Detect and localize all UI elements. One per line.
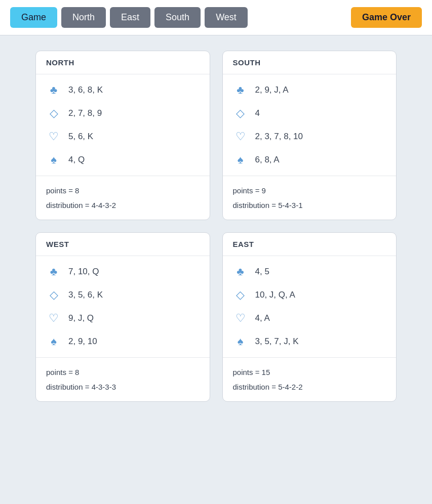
south-diamonds-row: ◇ 4	[233, 102, 386, 125]
south-spades-row: ♠ 6, 8, A	[233, 148, 386, 172]
north-hand-card: NORTH ♣ 3, 6, 8, K ◇ 2, 7, 8, 9 ♡ 5, 6, …	[35, 51, 210, 220]
north-spades-row: ♠ 4, Q	[46, 148, 200, 172]
west-hearts-row: ♡ 9, J, Q	[46, 307, 200, 330]
west-suits: ♣ 7, 10, Q ◇ 3, 5, 6, K ♡ 9, J, Q ♠ 2, 9…	[36, 256, 210, 358]
north-clubs-row: ♣ 3, 6, 8, K	[46, 78, 200, 102]
north-suits: ♣ 3, 6, 8, K ◇ 2, 7, 8, 9 ♡ 5, 6, K ♠ 4,…	[36, 74, 210, 176]
diamonds-icon: ◇	[233, 107, 248, 120]
west-distribution: distribution = 4-3-3-3	[46, 380, 200, 394]
west-spades-cards: 2, 9, 10	[68, 337, 97, 347]
south-suits: ♣ 2, 9, J, A ◇ 4 ♡ 2, 3, 7, 8, 10 ♠ 6, 8…	[223, 74, 397, 176]
west-hearts-cards: 9, J, Q	[68, 313, 94, 323]
east-spades-row: ♠ 3, 5, 7, J, K	[233, 330, 386, 353]
gameover-button[interactable]: Game Over	[351, 7, 422, 28]
west-hand-card: WEST ♣ 7, 10, Q ◇ 3, 5, 6, K ♡ 9, J, Q ♠…	[35, 232, 210, 402]
main-content: NORTH ♣ 3, 6, 8, K ◇ 2, 7, 8, 9 ♡ 5, 6, …	[0, 35, 432, 417]
west-clubs-cards: 7, 10, Q	[68, 267, 99, 277]
north-distribution: distribution = 4-4-3-2	[46, 198, 200, 213]
south-tab-button[interactable]: South	[154, 7, 201, 28]
north-diamonds-row: ◇ 2, 7, 8, 9	[46, 102, 200, 125]
south-distribution: distribution = 5-4-3-1	[233, 198, 386, 213]
east-title: EAST	[223, 233, 397, 256]
clubs-icon: ♣	[233, 265, 248, 278]
east-hearts-row: ♡ 4, A	[233, 307, 386, 330]
south-hearts-row: ♡ 2, 3, 7, 8, 10	[233, 125, 386, 148]
east-suits: ♣ 4, 5 ◇ 10, J, Q, A ♡ 4, A ♠ 3, 5, 7, J…	[223, 256, 397, 358]
west-diamonds-row: ◇ 3, 5, 6, K	[46, 283, 200, 307]
north-diamonds-cards: 2, 7, 8, 9	[68, 108, 102, 118]
west-tab-button[interactable]: West	[205, 7, 248, 28]
south-spades-cards: 6, 8, A	[255, 155, 280, 165]
clubs-icon: ♣	[233, 83, 248, 97]
east-hand-card: EAST ♣ 4, 5 ◇ 10, J, Q, A ♡ 4, A ♠ 3, 5,…	[222, 232, 397, 402]
spades-icon: ♠	[46, 335, 61, 348]
west-points: points = 8	[46, 365, 200, 380]
north-hearts-row: ♡ 5, 6, K	[46, 125, 200, 148]
north-points: points = 8	[46, 183, 200, 198]
east-tab-button[interactable]: East	[110, 7, 150, 28]
north-hearts-cards: 5, 6, K	[68, 132, 93, 142]
west-stats: points = 8 distribution = 4-3-3-3	[36, 358, 210, 401]
diamonds-icon: ◇	[233, 288, 248, 302]
north-spades-cards: 4, Q	[68, 155, 85, 165]
east-clubs-cards: 4, 5	[255, 267, 269, 277]
south-title: SOUTH	[223, 51, 397, 74]
east-diamonds-cards: 10, J, Q, A	[255, 290, 295, 300]
diamonds-icon: ◇	[46, 288, 61, 302]
diamonds-icon: ◇	[46, 107, 61, 120]
game-tab-button[interactable]: Game	[10, 7, 57, 28]
spades-icon: ♠	[233, 335, 248, 348]
clubs-icon: ♣	[46, 83, 61, 97]
south-hand-card: SOUTH ♣ 2, 9, J, A ◇ 4 ♡ 2, 3, 7, 8, 10 …	[222, 51, 397, 220]
clubs-icon: ♣	[46, 265, 61, 278]
spades-icon: ♠	[46, 153, 61, 166]
east-stats: points = 15 distribution = 5-4-2-2	[223, 358, 397, 401]
south-hearts-cards: 2, 3, 7, 8, 10	[255, 132, 303, 142]
south-points: points = 9	[233, 183, 386, 198]
hearts-icon: ♡	[46, 312, 61, 325]
south-diamonds-cards: 4	[255, 108, 260, 118]
north-tab-button[interactable]: North	[61, 7, 106, 28]
west-title: WEST	[36, 233, 210, 256]
hearts-icon: ♡	[233, 312, 248, 325]
south-clubs-cards: 2, 9, J, A	[255, 85, 289, 95]
east-distribution: distribution = 5-4-2-2	[233, 380, 386, 394]
south-stats: points = 9 distribution = 5-4-3-1	[223, 176, 397, 220]
navbar: Game North East South West Game Over	[0, 0, 432, 35]
north-stats: points = 8 distribution = 4-4-3-2	[36, 176, 210, 220]
west-diamonds-cards: 3, 5, 6, K	[68, 290, 103, 300]
hearts-icon: ♡	[233, 130, 248, 143]
west-spades-row: ♠ 2, 9, 10	[46, 330, 200, 353]
east-hearts-cards: 4, A	[255, 313, 270, 323]
east-clubs-row: ♣ 4, 5	[233, 260, 386, 283]
south-clubs-row: ♣ 2, 9, J, A	[233, 78, 386, 102]
hearts-icon: ♡	[46, 130, 61, 143]
spades-icon: ♠	[233, 153, 248, 166]
east-diamonds-row: ◇ 10, J, Q, A	[233, 283, 386, 307]
north-clubs-cards: 3, 6, 8, K	[68, 85, 103, 95]
east-points: points = 15	[233, 365, 386, 380]
east-spades-cards: 3, 5, 7, J, K	[255, 337, 299, 347]
north-title: NORTH	[36, 51, 210, 74]
west-clubs-row: ♣ 7, 10, Q	[46, 260, 200, 283]
